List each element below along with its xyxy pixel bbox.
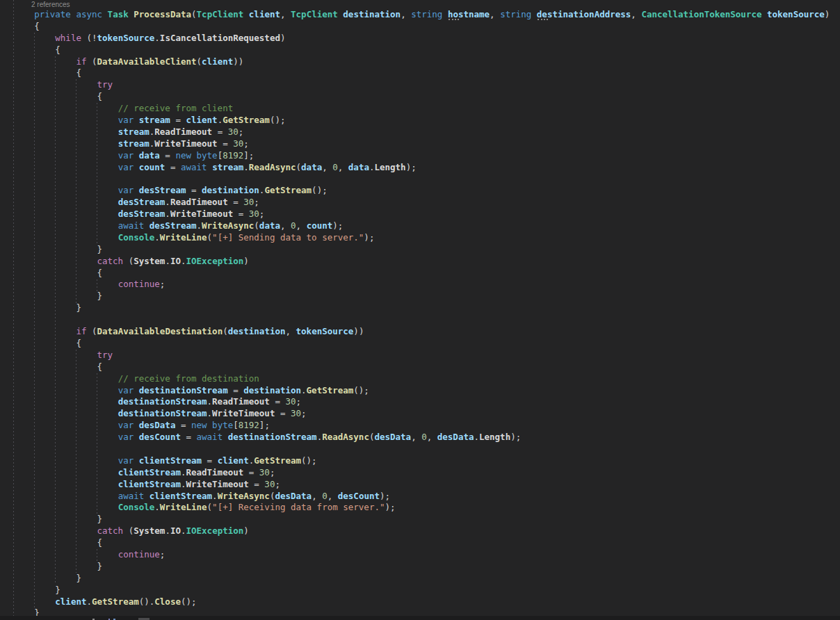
code-line-51[interactable]: client.GetStream().Close();: [0, 596, 840, 608]
code-line-16[interactable]: var desStream = destination.GetStream();: [0, 185, 840, 197]
code-line-5[interactable]: if (DataAvailableClient(client)): [0, 56, 840, 68]
code-line-7[interactable]: try: [0, 79, 840, 91]
code-line-17[interactable]: desStream.ReadTimeout = 30;: [0, 197, 840, 209]
code-token: (: [86, 326, 97, 336]
code-line-14[interactable]: var count = await stream.ReadAsync(data,…: [0, 162, 840, 174]
code-line-40[interactable]: clientStream.ReadTimeout = 30;: [0, 467, 840, 479]
code-line-43[interactable]: Console.WriteLine("[+] Receiving data fr…: [0, 502, 840, 514]
code-token: (: [86, 56, 97, 67]
code-line-37[interactable]: var desCount = await destinationStream.R…: [0, 432, 840, 443]
code-token: WriteLine: [160, 232, 207, 243]
codelens-references[interactable]: 2 references: [31, 1, 70, 8]
indent-spaces: [0, 33, 55, 43]
code-token: );: [510, 432, 521, 442]
code-token: .: [154, 33, 160, 43]
code-token: tokenSource: [97, 33, 155, 43]
code-line-2[interactable]: {: [0, 21, 840, 33]
code-token: ,: [338, 162, 348, 172]
code-token: (: [254, 220, 259, 231]
code-token: 30: [249, 209, 259, 219]
code-token: }: [55, 585, 60, 595]
code-token: ,: [280, 220, 291, 231]
code-token: (: [123, 256, 134, 266]
code-token: await: [197, 432, 223, 442]
code-token: count: [139, 162, 165, 172]
indent-spaces: [0, 385, 118, 395]
code-token: async: [76, 9, 102, 19]
code-line-50[interactable]: }: [0, 585, 840, 596]
code-line-11[interactable]: stream.ReadTimeout = 30;: [0, 127, 840, 138]
code-line-30[interactable]: try: [0, 350, 840, 361]
code-line-8[interactable]: {: [0, 91, 840, 103]
indent-spaces: [0, 197, 118, 207]
code-token: ): [280, 33, 286, 43]
code-line-3[interactable]: while (!tokenSource.IsCancellationReques…: [0, 33, 840, 44]
indent-spaces: [0, 326, 76, 336]
code-line-21[interactable]: }: [0, 244, 840, 256]
code-token: 0: [421, 432, 427, 442]
editor-pane[interactable]: 2 references private async Task ProcessD…: [0, 0, 840, 620]
code-token: await: [181, 162, 207, 172]
code-line-35[interactable]: destinationStream.WriteTimeout = 30;: [0, 408, 840, 420]
code-line-4[interactable]: {: [0, 44, 840, 56]
code-line-24[interactable]: continue;: [0, 279, 840, 291]
code-token: {: [76, 338, 81, 348]
code-token: ReadAsync: [249, 162, 296, 172]
code-token: var: [118, 455, 134, 466]
code-area[interactable]: private async Task ProcessData(TcpClient…: [0, 9, 840, 619]
code-token: ();: [181, 596, 197, 607]
code-token: client: [249, 9, 280, 19]
code-line-28[interactable]: if (DataAvailableDestination(destination…: [0, 326, 840, 338]
code-line-38[interactable]: [0, 443, 840, 455]
code-line-31[interactable]: {: [0, 361, 840, 373]
code-line-48[interactable]: }: [0, 561, 840, 573]
code-line-15[interactable]: [0, 173, 840, 185]
code-token: ): [825, 9, 830, 19]
code-line-41[interactable]: clientStream.WriteTimeout = 30;: [0, 479, 840, 491]
code-line-1[interactable]: private async Task ProcessData(TcpClient…: [0, 9, 840, 21]
code-line-45[interactable]: catch (System.IO.IOException): [0, 525, 840, 537]
code-line-19[interactable]: await desStream.WriteAsync(data, 0, coun…: [0, 220, 840, 232]
code-line-27[interactable]: [0, 314, 840, 326]
code-line-10[interactable]: var stream = client.GetStream();: [0, 115, 840, 127]
code-line-42[interactable]: await clientStream.WriteAsync(desData, 0…: [0, 491, 840, 503]
code-line-33[interactable]: var destinationStream = destination.GetS…: [0, 385, 840, 397]
code-token: client: [202, 56, 233, 67]
code-line-9[interactable]: // receive from client: [0, 103, 840, 115]
code-line-46[interactable]: {: [0, 537, 840, 549]
code-line-26[interactable]: }: [0, 302, 840, 314]
code-line-34[interactable]: destinationStream.ReadTimeout = 30;: [0, 396, 840, 408]
code-token: var: [118, 432, 134, 442]
code-line-47[interactable]: continue;: [0, 549, 840, 561]
code-line-39[interactable]: var clientStream = client.GetStream();: [0, 455, 840, 467]
code-line-49[interactable]: }: [0, 573, 840, 585]
code-token: =: [228, 385, 244, 395]
code-token: data: [139, 150, 160, 161]
code-line-29[interactable]: {: [0, 338, 840, 350]
code-line-32[interactable]: // receive from destination: [0, 373, 840, 385]
code-token: .: [474, 432, 479, 442]
code-token: 8192: [239, 420, 259, 430]
code-line-18[interactable]: desStream.WriteTimeout = 30;: [0, 209, 840, 220]
code-token: WriteTimeout: [154, 138, 217, 149]
code-line-20[interactable]: Console.WriteLine("[+] Sending data to s…: [0, 232, 840, 244]
code-line-23[interactable]: {: [0, 268, 840, 279]
code-line-36[interactable]: var desData = new byte[8192];: [0, 420, 840, 432]
code-token: );: [385, 502, 395, 512]
code-token: 8192: [223, 150, 243, 161]
indent-spaces: [0, 291, 97, 301]
code-line-6[interactable]: {: [0, 67, 840, 79]
code-token: [243, 9, 249, 19]
code-token: 0: [291, 220, 296, 231]
code-token: clientStream: [118, 479, 181, 489]
code-line-12[interactable]: stream.WriteTimeout = 30;: [0, 138, 840, 150]
code-line-25[interactable]: }: [0, 291, 840, 302]
indent-spaces: [0, 467, 118, 478]
code-token: destinationStream: [228, 432, 317, 442]
code-line-44[interactable]: }: [0, 514, 840, 525]
code-line-22[interactable]: catch (System.IO.IOException): [0, 256, 840, 268]
code-line-13[interactable]: var data = new byte[8192];: [0, 150, 840, 162]
indent-spaces: [0, 408, 118, 418]
code-token: (: [223, 326, 228, 336]
code-token: (: [207, 232, 213, 243]
